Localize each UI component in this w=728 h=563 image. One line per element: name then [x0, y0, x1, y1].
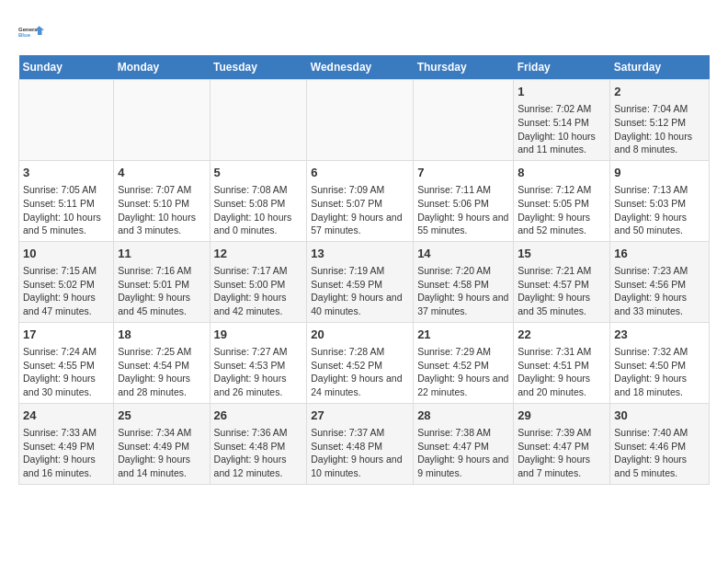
header-friday: Friday — [514, 55, 610, 80]
day-number: 17 — [23, 327, 109, 343]
day-info: Sunset: 4:57 PM — [518, 278, 606, 292]
day-info: Sunrise: 7:33 AM — [23, 426, 109, 440]
calendar-cell: 29Sunrise: 7:39 AMSunset: 4:47 PMDayligh… — [514, 403, 610, 484]
day-info: Daylight: 9 hours and 47 minutes. — [23, 291, 109, 317]
day-info: Sunset: 4:53 PM — [214, 359, 303, 373]
day-info: Sunrise: 7:29 AM — [417, 345, 509, 359]
calendar-cell: 2Sunrise: 7:04 AMSunset: 5:12 PMDaylight… — [610, 80, 710, 161]
day-info: Sunrise: 7:07 AM — [118, 183, 205, 197]
calendar-week-4: 17Sunrise: 7:24 AMSunset: 4:55 PMDayligh… — [19, 322, 710, 403]
day-info: Daylight: 9 hours and 52 minutes. — [518, 211, 606, 237]
day-info: Sunset: 5:08 PM — [214, 197, 303, 211]
day-info: Sunrise: 7:05 AM — [23, 183, 109, 197]
day-info: Daylight: 9 hours and 10 minutes. — [311, 453, 409, 479]
day-number: 5 — [214, 165, 303, 181]
day-info: Daylight: 9 hours and 35 minutes. — [518, 291, 606, 317]
calendar-cell: 7Sunrise: 7:11 AMSunset: 5:06 PMDaylight… — [414, 160, 514, 241]
calendar-week-2: 3Sunrise: 7:05 AMSunset: 5:11 PMDaylight… — [19, 160, 710, 241]
day-info: Sunset: 5:00 PM — [214, 278, 303, 292]
calendar-cell: 17Sunrise: 7:24 AMSunset: 4:55 PMDayligh… — [19, 322, 114, 403]
day-info: Sunrise: 7:15 AM — [23, 264, 109, 278]
day-info: Sunset: 4:49 PM — [23, 440, 109, 454]
day-info: Sunrise: 7:08 AM — [214, 183, 303, 197]
day-number: 15 — [518, 246, 606, 262]
calendar-cell: 1Sunrise: 7:02 AMSunset: 5:14 PMDaylight… — [514, 80, 610, 161]
day-info: Sunrise: 7:16 AM — [118, 264, 205, 278]
day-info: Sunset: 4:52 PM — [417, 359, 509, 373]
day-info: Daylight: 10 hours and 11 minutes. — [518, 130, 606, 156]
calendar-cell: 27Sunrise: 7:37 AMSunset: 4:48 PMDayligh… — [307, 403, 414, 484]
day-number: 24 — [23, 408, 109, 424]
day-number: 4 — [118, 165, 205, 181]
calendar-cell: 8Sunrise: 7:12 AMSunset: 5:05 PMDaylight… — [514, 160, 610, 241]
header-saturday: Saturday — [610, 55, 710, 80]
day-info: Daylight: 9 hours and 57 minutes. — [311, 211, 409, 237]
day-number: 9 — [614, 165, 705, 181]
day-number: 29 — [518, 408, 606, 424]
day-number: 3 — [23, 165, 109, 181]
calendar-cell: 4Sunrise: 7:07 AMSunset: 5:10 PMDaylight… — [114, 160, 210, 241]
calendar-header: SundayMondayTuesdayWednesdayThursdayFrid… — [19, 55, 710, 80]
day-number: 21 — [417, 327, 509, 343]
calendar-cell: 26Sunrise: 7:36 AMSunset: 4:48 PMDayligh… — [210, 403, 307, 484]
calendar-cell: 5Sunrise: 7:08 AMSunset: 5:08 PMDaylight… — [210, 160, 307, 241]
day-number: 19 — [214, 327, 303, 343]
day-number: 27 — [311, 408, 409, 424]
calendar-cell: 16Sunrise: 7:23 AMSunset: 4:56 PMDayligh… — [610, 241, 710, 322]
day-info: Sunset: 4:48 PM — [311, 440, 409, 454]
calendar-week-5: 24Sunrise: 7:33 AMSunset: 4:49 PMDayligh… — [19, 403, 710, 484]
calendar-cell: 14Sunrise: 7:20 AMSunset: 4:58 PMDayligh… — [414, 241, 514, 322]
day-info: Daylight: 9 hours and 12 minutes. — [214, 453, 303, 479]
day-info: Sunset: 4:59 PM — [311, 278, 409, 292]
day-info: Sunset: 4:47 PM — [417, 440, 509, 454]
day-info: Sunrise: 7:40 AM — [614, 426, 705, 440]
day-info: Daylight: 9 hours and 22 minutes. — [417, 372, 509, 398]
day-info: Sunset: 4:55 PM — [23, 359, 109, 373]
day-number: 16 — [614, 246, 705, 262]
calendar-cell: 30Sunrise: 7:40 AMSunset: 4:46 PMDayligh… — [610, 403, 710, 484]
calendar-cell: 12Sunrise: 7:17 AMSunset: 5:00 PMDayligh… — [210, 241, 307, 322]
day-info: Daylight: 9 hours and 5 minutes. — [614, 453, 705, 479]
day-info: Sunrise: 7:04 AM — [614, 102, 705, 116]
day-info: Daylight: 9 hours and 20 minutes. — [518, 372, 606, 398]
day-info: Sunset: 5:10 PM — [118, 197, 205, 211]
day-info: Daylight: 9 hours and 45 minutes. — [118, 291, 205, 317]
day-info: Sunset: 4:46 PM — [614, 440, 705, 454]
calendar-week-1: 1Sunrise: 7:02 AMSunset: 5:14 PMDaylight… — [19, 80, 710, 161]
day-info: Daylight: 9 hours and 7 minutes. — [518, 453, 606, 479]
day-info: Sunset: 5:12 PM — [614, 116, 705, 130]
day-info: Sunset: 5:06 PM — [417, 197, 509, 211]
day-info: Daylight: 9 hours and 26 minutes. — [214, 372, 303, 398]
day-number: 13 — [311, 246, 409, 262]
day-number: 11 — [118, 246, 205, 262]
day-number: 18 — [118, 327, 205, 343]
day-info: Sunset: 5:02 PM — [23, 278, 109, 292]
day-info: Sunrise: 7:27 AM — [214, 345, 303, 359]
calendar-cell — [210, 80, 307, 161]
day-info: Sunset: 4:52 PM — [311, 359, 409, 373]
calendar-cell: 18Sunrise: 7:25 AMSunset: 4:54 PMDayligh… — [114, 322, 210, 403]
calendar-table: SundayMondayTuesdayWednesdayThursdayFrid… — [18, 55, 710, 485]
day-info: Daylight: 9 hours and 50 minutes. — [614, 211, 705, 237]
day-info: Daylight: 9 hours and 37 minutes. — [417, 291, 509, 317]
calendar-cell: 28Sunrise: 7:38 AMSunset: 4:47 PMDayligh… — [414, 403, 514, 484]
logo-icon: GeneralBlue — [18, 18, 46, 46]
day-info: Daylight: 9 hours and 18 minutes. — [614, 372, 705, 398]
calendar-cell: 6Sunrise: 7:09 AMSunset: 5:07 PMDaylight… — [307, 160, 414, 241]
day-info: Sunset: 4:51 PM — [518, 359, 606, 373]
day-number: 7 — [417, 165, 509, 181]
day-info: Sunset: 5:14 PM — [518, 116, 606, 130]
day-info: Sunset: 4:49 PM — [118, 440, 205, 454]
day-info: Daylight: 10 hours and 8 minutes. — [614, 130, 705, 156]
calendar-cell: 3Sunrise: 7:05 AMSunset: 5:11 PMDaylight… — [19, 160, 114, 241]
day-info: Sunrise: 7:11 AM — [417, 183, 509, 197]
calendar-cell — [307, 80, 414, 161]
day-number: 25 — [118, 408, 205, 424]
day-info: Sunrise: 7:39 AM — [518, 426, 606, 440]
day-info: Sunrise: 7:38 AM — [417, 426, 509, 440]
calendar-cell: 23Sunrise: 7:32 AMSunset: 4:50 PMDayligh… — [610, 322, 710, 403]
svg-text:General: General — [18, 27, 40, 32]
day-number: 6 — [311, 165, 409, 181]
calendar-cell: 21Sunrise: 7:29 AMSunset: 4:52 PMDayligh… — [414, 322, 514, 403]
day-number: 2 — [614, 84, 705, 100]
